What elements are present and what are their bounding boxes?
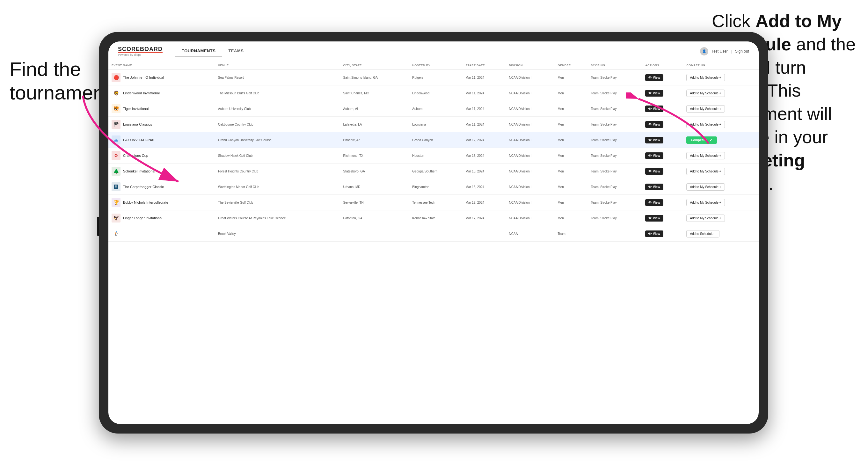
- event-name-text: Tiger Invitational: [123, 106, 149, 111]
- city-state-cell: Statesboro, GA: [340, 163, 409, 179]
- add-schedule-label: Add to Schedule +: [690, 232, 716, 236]
- add-schedule-button[interactable]: Add to My Schedule +: [686, 215, 724, 222]
- table-row: 🌲 Schenkel Invitational Forest Heights C…: [108, 163, 759, 179]
- table-row: 🔴 The Johnnie - O Individual Sea Palms R…: [108, 70, 759, 86]
- tab-teams[interactable]: TEAMS: [222, 46, 250, 56]
- add-schedule-button[interactable]: Add to My Schedule +: [686, 199, 724, 206]
- view-button[interactable]: 👁 View: [645, 137, 663, 144]
- gender-cell: Men: [554, 179, 588, 195]
- venue-cell: Brook Valley: [215, 226, 340, 242]
- competing-cell: Add to My Schedule +: [683, 163, 759, 179]
- add-schedule-button[interactable]: Add to My Schedule +: [686, 183, 724, 191]
- view-button[interactable]: 👁 View: [645, 199, 663, 206]
- add-schedule-label: Add to My Schedule +: [690, 185, 721, 189]
- event-name-cell: 🏆 Bobby Nichols Intercollegiate: [108, 195, 215, 210]
- venue-cell: Sea Palms Resort: [215, 70, 340, 86]
- eye-icon: 👁: [648, 169, 652, 173]
- team-logo: 🏆: [112, 198, 121, 207]
- scoring-cell: Team, Stroke Play: [588, 101, 642, 117]
- team-logo: 🐯: [112, 104, 121, 113]
- start-date-cell: Mar 13, 2024: [462, 148, 505, 163]
- sign-out-link[interactable]: Sign out: [735, 49, 749, 54]
- event-name-cell: 🦅 Linger Longer Invitational: [108, 210, 215, 226]
- division-cell: NCAA Division I: [506, 70, 555, 86]
- competing-label: Competing: [691, 138, 707, 142]
- venue-cell: Worthington Manor Golf Club: [215, 179, 340, 195]
- division-cell: NCAA Division I: [506, 179, 555, 195]
- col-venue: VENUE: [215, 61, 340, 70]
- eye-icon: 👁: [648, 138, 652, 142]
- gender-cell: Men: [554, 70, 588, 86]
- gender-cell: Men: [554, 117, 588, 132]
- tab-tournaments[interactable]: TOURNAMENTS: [175, 46, 222, 56]
- gender-cell: Men: [554, 163, 588, 179]
- actions-cell: 👁 View: [642, 163, 683, 179]
- view-button[interactable]: 👁 View: [645, 215, 663, 222]
- view-button[interactable]: 👁 View: [645, 121, 663, 128]
- competing-button[interactable]: Competing ✓: [686, 136, 717, 144]
- hosted-by-cell: Tennessee Tech: [409, 195, 462, 210]
- city-state-cell: Lafayette, LA: [340, 117, 409, 132]
- gender-cell: Men: [554, 195, 588, 210]
- eye-icon: 👁: [648, 76, 652, 80]
- add-schedule-button[interactable]: Add to My Schedule +: [686, 105, 724, 113]
- hosted-by-cell: Grand Canyon: [409, 132, 462, 148]
- table-row: 🦁 Lindenwood Invitational The Missouri B…: [108, 86, 759, 101]
- event-name-cell: 🅱 The Carpetbagger Classic: [108, 179, 215, 195]
- gender-cell: Men: [554, 210, 588, 226]
- add-schedule-label: Add to My Schedule +: [690, 76, 721, 80]
- table-body: 🔴 The Johnnie - O Individual Sea Palms R…: [108, 70, 759, 242]
- venue-cell: Great Waters Course At Reynolds Lake Oco…: [215, 210, 340, 226]
- actions-cell: 👁 View: [642, 195, 683, 210]
- competing-cell: Add to Schedule +: [683, 226, 759, 242]
- add-schedule-label: Add to My Schedule +: [690, 169, 721, 173]
- event-name-text: Champions Cup: [123, 153, 148, 158]
- city-state-cell: Auburn, AL: [340, 101, 409, 117]
- table-container: EVENT NAME VENUE CITY, STATE HOSTED BY S…: [108, 61, 759, 424]
- view-button[interactable]: 👁 View: [645, 230, 663, 237]
- add-schedule-label: Add to My Schedule +: [690, 201, 721, 204]
- actions-cell: 👁 View: [642, 132, 683, 148]
- gender-cell: Men: [554, 148, 588, 163]
- view-button[interactable]: 👁 View: [645, 90, 663, 97]
- view-button[interactable]: 👁 View: [645, 105, 663, 112]
- team-logo: 🌲: [112, 167, 121, 176]
- scoring-cell: Team, Stroke Play: [588, 195, 642, 210]
- competing-cell: Competing ✓: [683, 132, 759, 148]
- competing-cell: Add to My Schedule +: [683, 70, 759, 86]
- add-schedule-button[interactable]: Add to My Schedule +: [686, 90, 724, 97]
- event-name-text: Bobby Nichols Intercollegiate: [123, 200, 168, 205]
- division-cell: NCAA: [506, 226, 555, 242]
- add-schedule-button[interactable]: Add to My Schedule +: [686, 121, 724, 128]
- eye-icon: 👁: [648, 123, 652, 126]
- venue-cell: The Missouri Bluffs Golf Club: [215, 86, 340, 101]
- start-date-cell: Mar 12, 2024: [462, 132, 505, 148]
- eye-icon: 👁: [648, 185, 652, 189]
- division-cell: NCAA Division I: [506, 101, 555, 117]
- view-button[interactable]: 👁 View: [645, 152, 663, 159]
- powered-by-text: Powered by clippd: [118, 54, 162, 56]
- add-schedule-button[interactable]: Add to My Schedule +: [686, 152, 724, 159]
- table-row: 🦅 Linger Longer Invitational Great Water…: [108, 210, 759, 226]
- team-logo: 🔴: [112, 73, 121, 82]
- view-button[interactable]: 👁 View: [645, 74, 663, 81]
- table-row: 🅱 The Carpetbagger Classic Worthington M…: [108, 179, 759, 195]
- add-schedule-button[interactable]: Add to My Schedule +: [686, 74, 724, 81]
- actions-cell: 👁 View: [642, 179, 683, 195]
- actions-cell: 👁 View: [642, 101, 683, 117]
- add-schedule-button[interactable]: Add to Schedule +: [686, 230, 719, 238]
- gender-cell: Men: [554, 86, 588, 101]
- view-button[interactable]: 👁 View: [645, 184, 663, 190]
- competing-cell: Add to My Schedule +: [683, 86, 759, 101]
- start-date-cell: Mar 11, 2024: [462, 86, 505, 101]
- hosted-by-cell: Louisiana: [409, 117, 462, 132]
- table-row: 🏆 Bobby Nichols Intercollegiate The Sevi…: [108, 195, 759, 210]
- actions-cell: 👁 View: [642, 226, 683, 242]
- event-name-cell: ⚙ Champions Cup: [108, 148, 215, 163]
- team-logo: 🏌: [112, 229, 121, 238]
- add-schedule-button[interactable]: Add to My Schedule +: [686, 168, 724, 175]
- view-button[interactable]: 👁 View: [645, 168, 663, 175]
- scoring-cell: Team, Stroke Play: [588, 179, 642, 195]
- division-cell: NCAA Division I: [506, 86, 555, 101]
- nav-tabs: TOURNAMENTS TEAMS: [175, 46, 687, 56]
